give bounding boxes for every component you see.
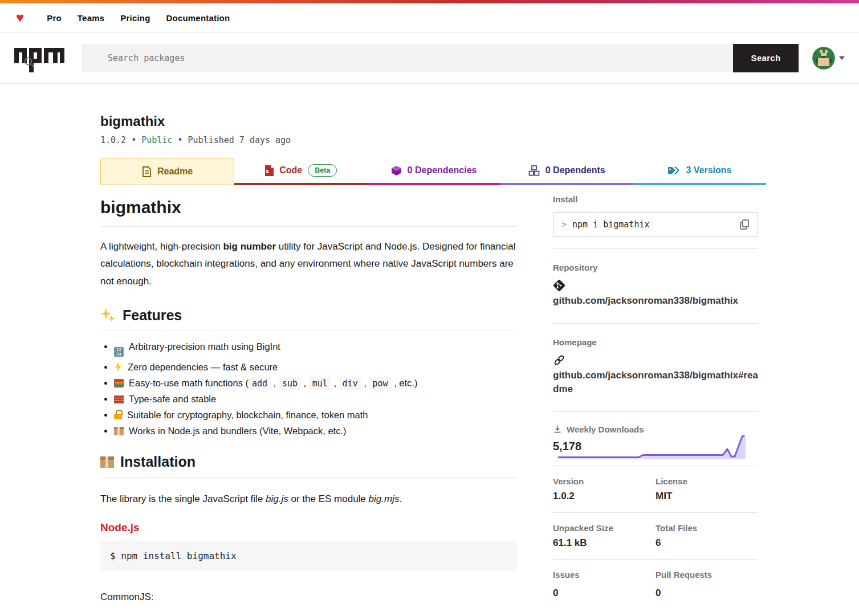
tab-dependencies[interactable]: 0 Dependencies bbox=[367, 158, 500, 185]
install-command: npm i bigmathix bbox=[572, 219, 649, 230]
installation-paragraph: The library is the single JavaScript fil… bbox=[100, 491, 517, 507]
copy-icon[interactable] bbox=[740, 219, 750, 230]
package-sidebar: Install >npm i bigmathix Repository bbox=[553, 185, 758, 616]
feature-item: Works in Node.js and bundlers (Vite, Web… bbox=[114, 426, 517, 436]
code-span: sub bbox=[279, 377, 301, 390]
readme-title: bigmathix bbox=[100, 198, 517, 227]
tab-readme[interactable]: Readme bbox=[100, 158, 234, 185]
issues-stat: Issues 0 bbox=[553, 570, 656, 599]
code-span: add bbox=[249, 377, 271, 390]
npm-logo[interactable] bbox=[14, 48, 64, 68]
package-tabs: Readme Code Beta 0 Dependencies bbox=[100, 158, 766, 185]
tab-code[interactable]: Code Beta bbox=[234, 158, 367, 185]
page-content: bigmathix 1.0.2 • Public • Published 7 d… bbox=[100, 84, 766, 616]
search-form: Search bbox=[82, 44, 799, 72]
nav-link-pricing[interactable]: Pricing bbox=[120, 13, 150, 23]
installation-heading: Installation bbox=[100, 454, 517, 478]
search-button[interactable]: Search bbox=[733, 44, 799, 72]
feature-item: Type-safe and stable bbox=[114, 394, 517, 405]
sparkles-icon bbox=[100, 307, 116, 323]
size-files-row: Unpacked Size 61.1 kB Total Files 6 bbox=[553, 513, 758, 559]
code-span: mul bbox=[309, 377, 331, 390]
package-version: 1.0.2 bbox=[100, 135, 126, 145]
readme-doc-icon bbox=[142, 166, 152, 177]
chevron-down-icon bbox=[839, 56, 845, 60]
package-header: bigmathix 1.0.2 • Public • Published 7 d… bbox=[100, 84, 766, 145]
prompt-icon: > bbox=[561, 219, 567, 230]
feature-item: 1234Arbitrary-precision math using BigIn… bbox=[114, 341, 517, 357]
weekly-downloads-value: 5,178 bbox=[553, 440, 758, 453]
numbers-icon: 1234 bbox=[114, 347, 124, 357]
tab-dependents[interactable]: 0 Dependents bbox=[500, 158, 633, 185]
homepage-link[interactable]: github.com/jacksonroman338/bigmathix#rea… bbox=[553, 369, 758, 397]
zap-icon bbox=[114, 362, 123, 372]
commonjs-label: CommonJS: bbox=[100, 591, 517, 603]
package-visibility: Public bbox=[141, 135, 172, 145]
tags-icon bbox=[667, 165, 680, 176]
repository-section: Repository github.com/jacksonroman338/bi… bbox=[553, 263, 758, 308]
nodejs-heading: Node.js bbox=[100, 521, 517, 534]
feature-item: Suitable for cryptography, blockchain, f… bbox=[114, 410, 517, 421]
unpacked-size-stat: Unpacked Size 61.1 kB bbox=[553, 523, 656, 549]
site-header: Search bbox=[0, 32, 859, 84]
cubes-icon bbox=[528, 165, 540, 176]
features-heading: Features bbox=[100, 307, 517, 331]
version-stat: Version 1.0.2 bbox=[553, 476, 656, 502]
feature-item: Easy-to-use math functions (add , sub , … bbox=[114, 378, 517, 389]
homepage-section: Homepage github.com/jacksonroman338/bigm… bbox=[553, 337, 758, 397]
heart-icon[interactable]: ♥ bbox=[16, 11, 24, 25]
git-icon bbox=[553, 279, 565, 292]
utility-nav: ♥ Pro Teams Pricing Documentation bbox=[0, 3, 859, 32]
package-icon bbox=[114, 427, 124, 435]
lock-icon bbox=[114, 410, 122, 419]
package-icon bbox=[100, 456, 114, 468]
search-icon bbox=[23, 56, 35, 68]
code-file-icon bbox=[264, 165, 274, 176]
package-published: Published 7 days ago bbox=[188, 135, 291, 145]
cube-icon bbox=[391, 165, 402, 176]
sidebar-divider bbox=[553, 248, 758, 249]
beta-badge: Beta bbox=[308, 164, 337, 177]
features-list: 1234Arbitrary-precision math using BigIn… bbox=[114, 341, 517, 437]
version-license-row: Version 1.0.2 License MIT bbox=[553, 466, 758, 512]
npm-logo-m bbox=[44, 48, 64, 63]
package-meta: 1.0.2 • Public • Published 7 days ago bbox=[100, 135, 766, 145]
repository-link[interactable]: github.com/jacksonroman338/bigmathix bbox=[553, 294, 758, 308]
feature-item: Zero dependencies — fast & secure bbox=[114, 362, 517, 373]
sidebar-divider bbox=[553, 323, 758, 324]
install-command-box[interactable]: >npm i bigmathix bbox=[553, 212, 758, 237]
abacus-icon bbox=[114, 379, 124, 387]
nav-link-pro[interactable]: Pro bbox=[47, 13, 62, 23]
nav-link-documentation[interactable]: Documentation bbox=[166, 13, 230, 23]
pull-requests-stat: Pull Requests 0 bbox=[656, 570, 758, 599]
brick-icon bbox=[114, 395, 124, 403]
code-span: pow bbox=[369, 377, 391, 390]
link-icon bbox=[553, 354, 565, 366]
readme-content: bigmathix A lightweight, high-precision … bbox=[100, 185, 517, 616]
tab-versions[interactable]: 3 Versions bbox=[633, 158, 766, 185]
total-files-stat: Total Files 6 bbox=[656, 523, 758, 549]
code-span: div bbox=[339, 377, 361, 390]
issues-pr-row: Issues 0 Pull Requests 0 bbox=[553, 560, 758, 609]
search-input[interactable] bbox=[82, 44, 733, 72]
weekly-downloads-section: Weekly Downloads 5,178 bbox=[553, 425, 758, 462]
account-menu[interactable] bbox=[812, 47, 845, 70]
install-label: Install bbox=[553, 194, 758, 204]
install-code-block: $ npm install bigmathix bbox=[100, 541, 517, 571]
readme-intro: A lightweight, high-precision big number… bbox=[100, 238, 517, 290]
sidebar-divider bbox=[553, 411, 758, 412]
package-name: bigmathix bbox=[100, 113, 766, 129]
nav-link-teams[interactable]: Teams bbox=[78, 13, 104, 23]
user-avatar[interactable] bbox=[812, 47, 835, 70]
license-stat: License MIT bbox=[656, 476, 758, 502]
